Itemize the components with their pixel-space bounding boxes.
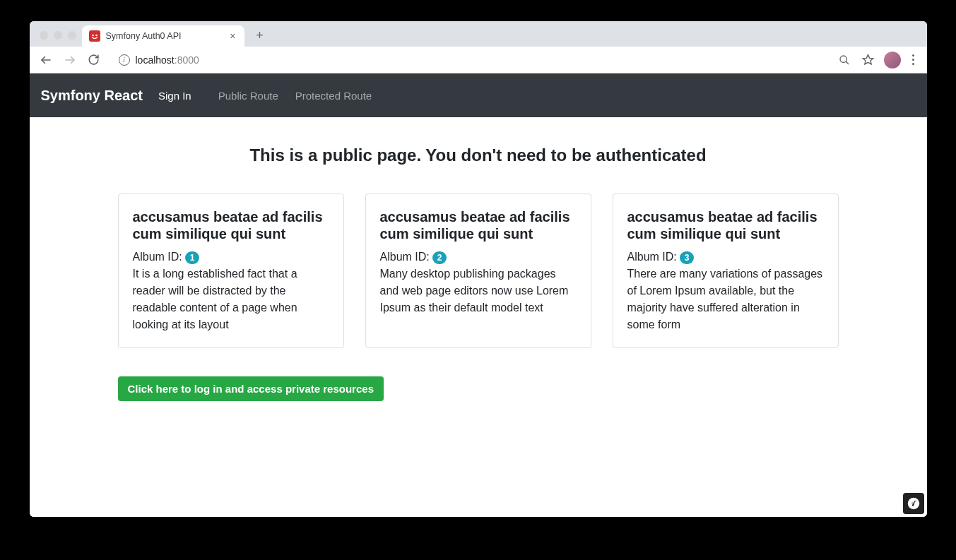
login-button[interactable]: Click here to log in and access private … [118, 376, 384, 401]
new-tab-button[interactable]: + [250, 25, 270, 45]
toolbar-right [836, 52, 921, 68]
card-title: accusamus beatae ad facilis cum similiqu… [627, 208, 824, 242]
window-controls [37, 31, 82, 47]
card-description: Many desktop publishing packages and web… [380, 266, 577, 316]
card-row: accusamus beatae ad facilis cum similiqu… [30, 193, 927, 348]
back-button[interactable] [35, 49, 57, 71]
url-port: :8000 [175, 54, 199, 66]
protected-route-link[interactable]: Protected Route [290, 85, 377, 106]
svg-point-5 [840, 56, 846, 62]
site-info-icon[interactable]: i [119, 54, 130, 66]
album-card: accusamus beatae ad facilis cum similiqu… [613, 193, 839, 348]
reload-button[interactable] [83, 49, 105, 71]
zoom-icon[interactable] [836, 52, 853, 68]
close-window-icon[interactable] [40, 31, 48, 40]
brand[interactable]: Symfony React [41, 88, 143, 104]
album-card: accusamus beatae ad facilis cum similiqu… [365, 193, 591, 348]
public-route-link[interactable]: Public Route [213, 85, 284, 106]
close-tab-icon[interactable]: × [228, 30, 237, 42]
album-id-label: Album ID: 1 [133, 251, 329, 264]
url-text: localhost:8000 [136, 54, 199, 66]
profile-avatar[interactable] [884, 52, 901, 68]
svg-point-1 [92, 35, 94, 37]
address-bar[interactable]: i localhost:8000 [112, 50, 829, 70]
browser-toolbar: i localhost:8000 [30, 47, 927, 73]
minimize-window-icon[interactable] [54, 31, 62, 40]
svg-rect-0 [89, 30, 100, 42]
maximize-window-icon[interactable] [68, 31, 76, 40]
svg-marker-7 [863, 54, 873, 64]
album-id-label-text: Album ID: [380, 251, 433, 263]
album-id-badge: 2 [432, 251, 447, 264]
url-host: localhost [136, 54, 175, 66]
page-title: This is a public page. You don't need to… [30, 145, 927, 165]
album-id-label-text: Album ID: [133, 251, 186, 263]
browser-window: Symfony Auth0 API × + i localhost:8000 [30, 21, 927, 517]
card-title: accusamus beatae ad facilis cum similiqu… [133, 208, 329, 242]
album-id-badge: 1 [185, 251, 199, 264]
album-id-label: Album ID: 3 [627, 251, 824, 264]
browser-tab[interactable]: Symfony Auth0 API × [82, 25, 244, 47]
tab-favicon-icon [89, 30, 100, 42]
svg-point-2 [95, 35, 98, 37]
nav-links: Public Route Protected Route [213, 85, 377, 106]
bookmark-star-icon[interactable] [860, 52, 877, 68]
card-description: There are many variations of passages of… [627, 266, 824, 333]
main-content: This is a public page. You don't need to… [30, 117, 927, 415]
forward-button[interactable] [59, 49, 81, 71]
sign-in-link[interactable]: Sign In [153, 85, 197, 106]
card-title: accusamus beatae ad facilis cum similiqu… [380, 208, 577, 242]
tab-bar: Symfony Auth0 API × + [30, 21, 927, 47]
album-id-label-text: Album ID: [627, 251, 680, 263]
symfony-debug-icon[interactable] [903, 493, 924, 514]
svg-line-6 [846, 61, 849, 64]
tab-title: Symfony Auth0 API [106, 31, 223, 41]
card-description: It is a long established fact that a rea… [133, 266, 329, 333]
album-card: accusamus beatae ad facilis cum similiqu… [118, 193, 344, 348]
album-id-label: Album ID: 2 [380, 251, 577, 264]
app-navbar: Symfony React Sign In Public Route Prote… [30, 73, 927, 117]
page-content: Symfony React Sign In Public Route Prote… [30, 73, 927, 517]
browser-menu-icon[interactable] [908, 54, 919, 65]
album-id-badge: 3 [680, 251, 694, 264]
